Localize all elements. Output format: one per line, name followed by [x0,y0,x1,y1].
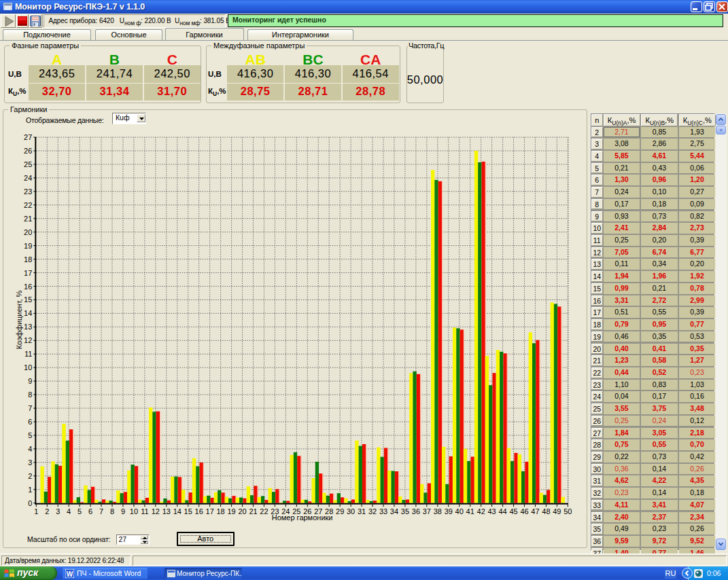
svg-text:34: 34 [390,507,398,515]
svg-text:15: 15 [184,507,192,515]
svg-text:11: 11 [141,507,148,515]
svg-text:11: 11 [24,350,32,358]
svg-text:7: 7 [28,404,32,412]
svg-text:14: 14 [24,309,32,317]
svg-text:13: 13 [162,507,171,515]
svg-text:0: 0 [28,499,32,507]
svg-text:3: 3 [28,458,32,467]
svg-text:22: 22 [24,201,32,209]
svg-text:21: 21 [249,507,257,515]
svg-text:2: 2 [45,507,49,515]
svg-text:27: 27 [24,133,32,141]
svg-text:Коэффициент, %: Коэффициент, % [15,290,23,349]
svg-text:32: 32 [368,507,377,515]
svg-text:4: 4 [28,445,32,453]
svg-text:7: 7 [99,507,103,515]
svg-text:31: 31 [358,507,366,515]
svg-text:49: 49 [553,507,561,515]
svg-text:8: 8 [28,391,32,399]
svg-text:18: 18 [24,255,32,264]
svg-text:23: 23 [24,187,32,196]
svg-text:17: 17 [206,507,214,515]
svg-text:W: W [67,570,73,578]
svg-text:44: 44 [498,507,506,515]
svg-text:19: 19 [24,242,32,250]
svg-text:46: 46 [520,507,528,515]
svg-text:43: 43 [487,507,496,515]
svg-text:8: 8 [110,507,114,515]
svg-text:22: 22 [260,507,268,515]
svg-text:12: 12 [152,507,160,515]
svg-text:10: 10 [24,363,32,371]
svg-text:37: 37 [423,507,431,515]
svg-text:41: 41 [466,507,474,515]
svg-text:16: 16 [195,507,203,515]
svg-text:6: 6 [28,418,32,426]
svg-text:18: 18 [216,507,224,515]
svg-text:20: 20 [24,228,32,236]
svg-text:1: 1 [28,486,32,494]
svg-text:12: 12 [24,336,32,344]
svg-text:30: 30 [347,507,355,515]
svg-text:36: 36 [412,507,420,515]
svg-text:50: 50 [564,507,572,515]
svg-text:39: 39 [445,507,453,515]
svg-text:14: 14 [173,507,181,515]
svg-text:38: 38 [434,507,442,515]
svg-text:9: 9 [28,377,32,385]
svg-text:5: 5 [77,507,82,515]
svg-text:21: 21 [24,215,32,223]
svg-text:3: 3 [56,507,60,515]
svg-text:47: 47 [531,507,539,515]
svg-text:17: 17 [24,269,32,277]
svg-text:26: 26 [24,147,32,155]
svg-text:35: 35 [401,507,409,515]
svg-text:40: 40 [455,507,464,515]
svg-text:10: 10 [130,507,138,515]
svg-text:13: 13 [24,323,32,331]
svg-text:6: 6 [88,507,92,515]
svg-text:16: 16 [24,283,32,291]
svg-text:19: 19 [227,507,235,515]
svg-text:24: 24 [24,174,32,182]
svg-text:2: 2 [28,472,32,480]
svg-text:4: 4 [67,507,71,515]
svg-text:20: 20 [238,507,246,515]
svg-text:42: 42 [477,507,485,515]
svg-text:48: 48 [542,507,550,515]
svg-text:5: 5 [28,431,32,439]
svg-text:Номер гармоники: Номер гармоники [272,513,333,522]
svg-text:9: 9 [121,507,125,515]
svg-text:29: 29 [336,507,344,515]
svg-text:33: 33 [379,507,387,515]
svg-text:45: 45 [509,507,517,515]
svg-text:15: 15 [24,295,32,304]
svg-text:1: 1 [34,507,38,515]
svg-text:25: 25 [24,160,32,168]
